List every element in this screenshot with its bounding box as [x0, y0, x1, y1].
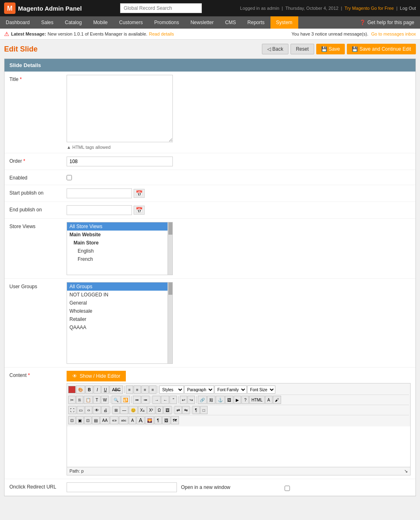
group-qaaaa[interactable]: QAAAA — [67, 323, 168, 332]
tb-widget-btn[interactable]: ▤ — [92, 416, 100, 424]
tb-table-btn[interactable]: ⊞ — [112, 406, 120, 414]
tb-align-right-btn[interactable]: ≡ — [141, 386, 149, 394]
store-view-main-website[interactable]: Main Website — [67, 231, 168, 239]
tb-align-justify-btn[interactable]: ≡ — [149, 386, 156, 394]
tb-aa-btn[interactable]: AA — [100, 416, 109, 424]
group-not-logged-in[interactable]: NOT LOGGED IN — [67, 291, 168, 299]
tb-div-btn[interactable]: ▣ — [76, 416, 84, 424]
tb-img-insert-btn[interactable]: 🖼 — [162, 416, 170, 424]
editor-body[interactable] — [67, 426, 411, 467]
store-views-field[interactable]: All Store Views Main Website Main Store … — [67, 222, 411, 275]
tb-subscript-btn[interactable]: X₂ — [138, 406, 147, 414]
end-publish-field[interactable]: 📅 — [67, 205, 411, 215]
tb-underline-btn[interactable]: U — [101, 386, 109, 394]
tb-paste-btn[interactable]: 📋 — [84, 396, 93, 404]
tb-paste-text-btn[interactable]: T — [93, 396, 101, 404]
reset-button[interactable]: Reset — [290, 44, 314, 54]
group-retailer[interactable]: Retailer — [67, 315, 168, 323]
tb-paragraph-select[interactable]: Paragraph — [184, 386, 214, 394]
save-continue-button[interactable]: 💾 Save and Continue Edit — [347, 44, 416, 54]
nav-promotions[interactable]: Promotions — [149, 16, 185, 29]
tb-ol-btn[interactable]: ≔ — [141, 396, 150, 404]
show-hide-editor-button[interactable]: 👁 Show / Hide Editor — [67, 371, 126, 381]
user-groups-scrollbar[interactable] — [168, 282, 173, 364]
tb-italic-btn[interactable]: I — [94, 386, 101, 394]
tb-full-screen-btn[interactable]: ⛶ — [68, 406, 76, 414]
tb-paragraph2-btn[interactable]: ¶ — [192, 406, 200, 414]
end-publish-input[interactable] — [67, 205, 132, 215]
tb-font-family-select[interactable]: Font Family — [214, 386, 247, 394]
tb-font-a2-btn[interactable]: A — [136, 416, 144, 424]
help-button[interactable]: ❓ Get help for this page — [354, 16, 420, 29]
start-publish-calendar-button[interactable]: 📅 — [134, 189, 145, 198]
tb-align-center-btn[interactable]: ≡ — [134, 386, 141, 394]
nav-dashboard[interactable]: Dashboard — [0, 16, 36, 29]
store-view-main-store[interactable]: Main Store — [67, 239, 168, 247]
enabled-checkbox[interactable] — [67, 175, 72, 180]
tb-span-btn[interactable]: ⊡ — [84, 416, 92, 424]
tb-img2-btn[interactable]: 🖼 — [163, 406, 172, 414]
tb-outdent-btn[interactable]: ← — [161, 396, 169, 404]
tb-replace-btn[interactable]: 🔁 — [121, 396, 130, 404]
tb-bg-color-btn[interactable]: 🖌 — [273, 396, 281, 404]
tb-style-btn[interactable]: 🎨 — [76, 386, 85, 394]
back-button[interactable]: ◁ Back — [262, 44, 289, 54]
tb-print-btn[interactable]: 🖨 — [101, 406, 109, 414]
tb-blockquote-btn[interactable]: " — [170, 396, 177, 404]
store-view-all[interactable]: All Store Views — [67, 222, 168, 231]
user-groups-field[interactable]: All Groups NOT LOGGED IN General Wholesa… — [67, 282, 411, 364]
group-wholesale[interactable]: Wholesale — [67, 307, 168, 315]
nav-mobile[interactable]: Mobile — [87, 16, 113, 29]
tb-show-blocks-btn[interactable]: ▭ — [77, 406, 85, 414]
tb-redo-btn[interactable]: ↪ — [188, 396, 195, 404]
tb-preview-btn[interactable]: 👁 — [93, 406, 101, 414]
tb-undo-btn[interactable]: ↩ — [180, 396, 187, 404]
tb-superscript-btn[interactable]: X² — [147, 406, 155, 414]
tb-styles-select[interactable]: Styles — [159, 386, 184, 394]
tb-quote-btn[interactable]: «» — [110, 416, 118, 424]
tb-unlink-btn[interactable]: ⛓ — [207, 396, 215, 404]
tb-smiley-btn[interactable]: 😊 — [129, 406, 138, 414]
tb-anchor-btn[interactable]: ⚓ — [216, 396, 225, 404]
tb-small-text-btn[interactable]: abc — [119, 416, 128, 424]
tb-strikethrough-btn[interactable]: ABC — [109, 386, 123, 394]
search-bar[interactable] — [120, 3, 202, 13]
enabled-field[interactable] — [67, 173, 411, 182]
group-all[interactable]: All Groups — [67, 282, 168, 291]
tb-select-btn[interactable]: ⊡ — [68, 416, 76, 424]
tb-paragraph3-btn[interactable]: ¶ — [154, 416, 162, 424]
order-input[interactable]: 108 — [67, 157, 173, 166]
tb-misc-btn[interactable]: □ — [200, 406, 208, 414]
end-publish-calendar-button[interactable]: 📅 — [134, 206, 145, 215]
nav-sales[interactable]: Sales — [36, 16, 59, 29]
new-window-checkbox[interactable] — [232, 486, 342, 491]
store-views-scrollbar[interactable] — [168, 222, 173, 275]
tb-indent-btn[interactable]: → — [152, 396, 161, 404]
start-publish-field[interactable]: 📅 — [67, 188, 411, 198]
tb-hr-btn[interactable]: — — [120, 406, 128, 414]
tb-ul-btn[interactable]: ≔ — [133, 396, 141, 404]
try-magento-link[interactable]: Try Magento Go for Free — [344, 6, 394, 11]
tb-font-color-btn[interactable]: A — [265, 396, 273, 404]
tb-font-a-btn[interactable]: A — [129, 416, 136, 424]
tb-img3-btn[interactable]: 🌄 — [145, 416, 154, 424]
tb-image-btn[interactable]: 🖼 — [225, 396, 233, 404]
store-view-english[interactable]: English — [67, 247, 168, 255]
nav-system[interactable]: System — [270, 16, 298, 29]
nav-cms[interactable]: CMS — [219, 16, 242, 29]
tb-bold-btn[interactable]: B — [85, 386, 93, 394]
user-groups-list[interactable]: All Groups NOT LOGGED IN General Wholesa… — [67, 282, 168, 364]
tb-img-map-btn[interactable]: 🗺 — [171, 416, 179, 424]
search-input[interactable] — [120, 3, 202, 13]
resize-handle[interactable]: ↘ — [404, 468, 408, 474]
nav-catalog[interactable]: Catalog — [59, 16, 87, 29]
tb-align-left-btn[interactable]: ≡ — [126, 386, 133, 394]
tb-rtl-btn[interactable]: ⇆ — [182, 406, 190, 414]
group-general[interactable]: General — [67, 299, 168, 307]
tb-html-btn[interactable]: HTML — [249, 396, 264, 404]
read-details-link[interactable]: Read details — [149, 31, 174, 36]
inbox-link[interactable]: Go to messages inbox — [371, 31, 416, 36]
tb-font-size-select[interactable]: Font Size — [247, 386, 275, 394]
tb-cut-btn[interactable]: ✂ — [68, 396, 76, 404]
save-button[interactable]: 💾 Save — [316, 44, 345, 54]
